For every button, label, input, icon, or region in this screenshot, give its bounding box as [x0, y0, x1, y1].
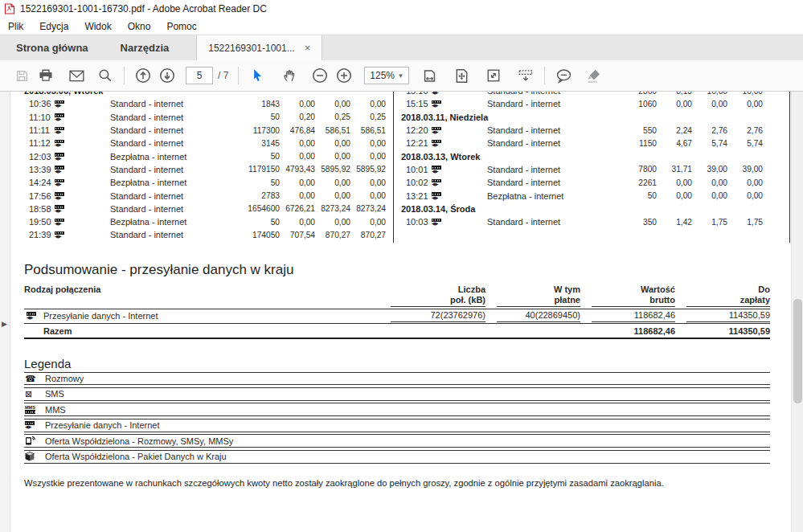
value-cell: 117300: [225, 126, 280, 135]
connection-type: Standard - internet: [110, 99, 225, 108]
expand-panel-icon[interactable]: ▶: [2, 320, 7, 328]
select-tool-button[interactable]: [245, 64, 269, 87]
call-time: 10:01: [401, 165, 431, 174]
summary-left-header: Rodzaj połączenia: [24, 284, 379, 294]
hand-tool-icon: [282, 68, 297, 83]
collapse-toolbar-button[interactable]: [514, 64, 538, 87]
table-row: 15:10◀▶Standard - internet28608,1310,001…: [401, 92, 763, 97]
data-transfer-icon: ◀▶: [25, 421, 35, 429]
value-cell: 0,00: [280, 152, 315, 161]
value-cell: 0,00: [657, 178, 692, 187]
menu-okno[interactable]: Okno: [120, 19, 159, 34]
row-icon-cell: ◀▶: [431, 178, 487, 187]
shared-voice-icon: [25, 436, 35, 446]
previous-page-button[interactable]: [131, 64, 155, 87]
value-cell: 1060: [602, 100, 657, 108]
value-cell: 50: [602, 191, 657, 200]
fullscreen-button[interactable]: [481, 64, 506, 87]
value-cell: 5,74: [727, 139, 763, 148]
legend-icon-cell: MMS: [24, 406, 45, 414]
value-cell: 350: [602, 218, 657, 227]
value-cell: 0,00: [657, 191, 692, 200]
summary-value-cell: 114350,59: [686, 309, 770, 322]
table-row: 13:39◀▶Standard - internet11791504793,43…: [24, 163, 393, 176]
value-cell: 0,00: [350, 152, 386, 161]
print-button[interactable]: [34, 64, 58, 87]
table-row: 11:10◀▶Standard - internet500,200,250,25: [24, 111, 393, 124]
vertical-scrollbar[interactable]: [791, 92, 803, 532]
previous-page-icon: [135, 68, 151, 84]
summary-total-value: 118682,46: [592, 326, 675, 336]
zoom-level-select[interactable]: 125% ▼: [364, 67, 409, 84]
date-label: 2018.03.14, Środa: [401, 204, 475, 214]
value-cell: 1150: [602, 139, 657, 148]
tab-tools[interactable]: Narzędzia: [104, 35, 186, 60]
call-time: 12:21: [401, 138, 431, 148]
comment-icon: [555, 68, 572, 84]
connection-type: Standard - internet: [110, 191, 225, 201]
menu-widok[interactable]: Widok: [76, 19, 119, 34]
phone-icon: ☎: [25, 374, 36, 383]
legend-title: Legenda: [24, 357, 770, 373]
data-transfer-icon: ◀▶: [55, 219, 65, 227]
page-number-input[interactable]: 5: [186, 67, 213, 84]
row-icon-cell: ◀▶: [54, 230, 110, 239]
tab-home[interactable]: Strona główna: [0, 35, 104, 60]
row-icon-cell: ◀▶: [431, 125, 487, 135]
row-icon-cell: ◀▶: [431, 99, 487, 108]
tab-document[interactable]: 1522169301-1001... ×: [196, 35, 322, 60]
menu-edycja[interactable]: Edycja: [31, 19, 76, 34]
save-button[interactable]: [10, 64, 34, 87]
menu-plik[interactable]: Plik: [0, 19, 31, 34]
data-transfer-icon: ◀▶: [432, 179, 442, 187]
connection-type: Standard - internet: [110, 125, 225, 135]
summary-column-header: Wartośćbrutto: [592, 284, 675, 307]
value-cell: 6726,21: [280, 204, 315, 213]
date-header-row: 2018.03.11, Niedziela: [401, 111, 763, 124]
connection-type: Standard - internet: [487, 125, 602, 135]
summary-column-headers: Liczbapoł. (kB)W tympłatneWartośćbruttoD…: [379, 284, 770, 307]
summary-title: Podsumowanie - przesyłanie danych w kraj…: [24, 262, 791, 278]
fit-page-button[interactable]: [449, 64, 473, 87]
data-transfer-icon: ◀▶: [27, 312, 37, 320]
row-icon-cell: ◀▶: [54, 191, 110, 201]
window-title: 1522169301-1001-16730.pdf - Adobe Acroba…: [20, 3, 267, 14]
comment-button[interactable]: [551, 64, 576, 87]
value-cell: 870,27: [315, 231, 350, 239]
highlight-button[interactable]: [582, 64, 606, 87]
fullscreen-icon: [486, 68, 501, 83]
fit-width-button[interactable]: [417, 64, 441, 87]
hand-tool-button[interactable]: [277, 64, 301, 87]
connection-type: Standard - internet: [487, 92, 602, 96]
call-time: 13:21: [401, 191, 431, 201]
search-button[interactable]: [93, 64, 117, 87]
zoom-in-button[interactable]: [332, 64, 356, 87]
value-cell: 5895,92: [315, 165, 350, 174]
data-transfer-icon: ◀▶: [55, 100, 65, 108]
data-transfer-icon: ◀▶: [55, 179, 65, 187]
summary-column-header: Dozapłaty: [686, 284, 770, 307]
date-header-row: 2018.03.06, Wtorek: [24, 92, 393, 97]
close-tab-icon[interactable]: ×: [305, 42, 311, 54]
value-cell: 1,75: [692, 218, 727, 227]
value-cell: 3145: [225, 139, 280, 148]
row-icon-cell: ◀▶: [24, 311, 43, 321]
summary-column-header: W tympłatne: [497, 284, 580, 307]
next-page-button[interactable]: [155, 64, 179, 87]
value-cell: 0,00: [315, 178, 350, 187]
legend-label: MMS: [45, 405, 770, 415]
email-button[interactable]: [64, 64, 88, 87]
date-header-row: 2018.03.13, Wtorek: [401, 149, 763, 162]
data-transfer-icon: ◀▶: [432, 127, 442, 135]
zoom-in-icon: [336, 68, 352, 84]
scrollbar-thumb[interactable]: [793, 299, 802, 403]
value-cell: 0,00: [350, 100, 386, 108]
menu-pomoc[interactable]: Pomoc: [158, 19, 204, 34]
zoom-out-button[interactable]: [308, 64, 332, 87]
data-transfer-icon: ◀▶: [55, 231, 65, 239]
connection-type: Standard - internet: [110, 138, 225, 148]
summary-total-label: Razem: [24, 326, 379, 336]
pdf-page: 2018.03.06, Wtorek10:36◀▶Standard - inte…: [10, 92, 791, 532]
value-cell: 1654600: [225, 204, 280, 213]
value-cell: 0,00: [280, 218, 315, 227]
